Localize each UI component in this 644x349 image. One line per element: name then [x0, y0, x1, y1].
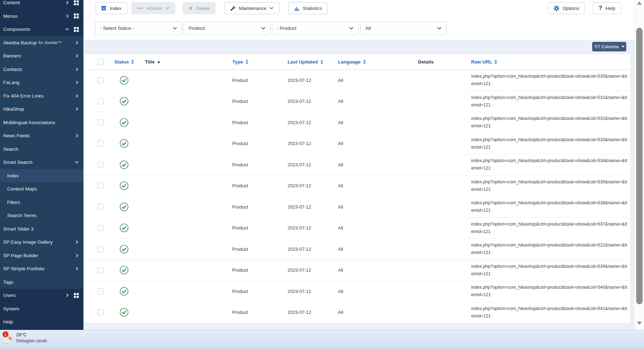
column-header-status: Status: [109, 54, 139, 70]
row-type: Product: [232, 162, 248, 167]
row-last-updated: 2023-07-12: [288, 141, 311, 146]
sidebar-item-system[interactable]: System: [0, 302, 83, 316]
row-raw-url: index.php?option=com_hikashop&ctrl=produ…: [471, 263, 627, 278]
options-button[interactable]: Options: [548, 2, 585, 14]
sidebar-item-sp-simple-portfolio[interactable]: SP Simple Portfolio: [0, 262, 83, 276]
sidebar-item-fix-404-error-links[interactable]: Fix 404 Error Links: [0, 89, 83, 103]
sidebar-item-meta: [75, 107, 79, 111]
chevron-down-icon: [437, 27, 442, 30]
maintenance-button[interactable]: Maintenance: [224, 2, 279, 14]
sidebar-item-sp-page-builder[interactable]: SP Page Builder: [0, 249, 83, 262]
row-type: Product: [232, 120, 248, 125]
sidebar-item-akeeba-backup[interactable]: Akeeba Backupfor Joomla!™: [0, 36, 83, 50]
status-published-icon[interactable]: [120, 287, 129, 296]
column-header-label[interactable]: Last Updated: [288, 59, 318, 65]
column-header-raw-url: Raw URL: [471, 54, 630, 70]
row-checkbox[interactable]: [98, 162, 104, 168]
sidebar-item-components[interactable]: Components: [0, 23, 83, 36]
status-filter-select[interactable]: - Select Status -: [95, 21, 182, 35]
scrollbar-thumb[interactable]: [636, 28, 643, 304]
sidebar-item-news-feeds[interactable]: News Feeds: [0, 129, 83, 143]
row-checkbox[interactable]: [98, 225, 104, 231]
index-button[interactable]: Index: [95, 2, 127, 14]
sidebar-item-meta: [65, 13, 79, 18]
column-header-label[interactable]: Raw URL: [471, 59, 492, 65]
scrollbar-up-arrow[interactable]: [637, 1, 642, 5]
sidebar-item-meta: [75, 161, 79, 164]
row-checkbox[interactable]: [98, 309, 104, 315]
row-checkbox[interactable]: [98, 140, 104, 146]
sidebar-item-filters[interactable]: Filters: [0, 196, 83, 209]
sidebar-item-search-terms[interactable]: Search Terms: [0, 209, 83, 222]
statistics-button[interactable]: Statistics: [288, 2, 328, 14]
row-checkbox[interactable]: [98, 288, 104, 294]
row-type: Product: [232, 141, 248, 146]
row-raw-url: index.php?option=com_hikashop&ctrl=produ…: [471, 242, 627, 256]
sidebar-item-smart-slider-3[interactable]: Smart Slider 3: [0, 222, 83, 236]
language-filter-select[interactable]: All: [360, 21, 447, 35]
scrollbar-down-arrow[interactable]: [637, 322, 642, 325]
column-header-label[interactable]: Status: [114, 59, 129, 65]
row-status-cell: [109, 91, 139, 112]
row-rawurl-cell: index.php?option=com_hikashop&ctrl=produ…: [471, 176, 630, 196]
status-filter-value: - Select Status -: [100, 26, 134, 31]
sidebar-item-multilingual-associations[interactable]: Multilingual Associations: [0, 116, 83, 129]
status-published-icon[interactable]: [120, 245, 129, 254]
content-map-filter-select[interactable]: - Product: [272, 21, 359, 35]
status-published-icon[interactable]: [120, 118, 129, 127]
status-published-icon[interactable]: [120, 76, 129, 85]
sidebar-item-index[interactable]: Index: [0, 169, 83, 183]
help-button[interactable]: ? Help: [593, 2, 621, 14]
status-published-icon[interactable]: [120, 160, 129, 169]
weather-widget[interactable]: 1 28°C Sebagian cerah: [1, 331, 58, 349]
row-checkbox[interactable]: [98, 267, 104, 273]
column-header-label[interactable]: Type: [232, 59, 243, 65]
status-published-icon[interactable]: [120, 181, 129, 190]
sidebar-item-falang[interactable]: FaLang: [0, 76, 83, 89]
column-header-label[interactable]: Title: [145, 59, 155, 65]
columns-toggle-button[interactable]: 7/7 Columns: [592, 42, 626, 51]
column-header-label[interactable]: Language: [338, 59, 361, 65]
row-title-cell: [139, 154, 226, 175]
sidebar-item-contacts[interactable]: Contacts: [0, 63, 83, 76]
row-checkbox[interactable]: [98, 204, 104, 210]
sidebar-item-users[interactable]: Users: [0, 289, 83, 302]
status-published-icon[interactable]: [120, 223, 129, 232]
row-checkbox[interactable]: [98, 98, 104, 104]
row-checkbox[interactable]: [98, 183, 104, 189]
status-published-icon[interactable]: [120, 266, 129, 275]
select-all-checkbox[interactable]: [98, 59, 104, 65]
type-filter-select[interactable]: Product: [184, 21, 271, 35]
sidebar-item-banners[interactable]: Banners: [0, 49, 83, 63]
sidebar-item-search[interactable]: Search: [0, 143, 83, 156]
status-published-icon[interactable]: [120, 308, 129, 317]
status-published-icon[interactable]: [120, 97, 129, 106]
chevron-down-icon: [173, 27, 177, 30]
row-last-updated: 2023-07-12: [288, 246, 311, 252]
chevron-right-icon: [75, 94, 79, 98]
row-checkbox[interactable]: [98, 120, 104, 126]
sidebar-item-smart-search[interactable]: Smart Search: [0, 156, 83, 169]
sidebar-item-content-maps[interactable]: Content Maps: [0, 182, 83, 196]
row-details-cell: [381, 176, 471, 196]
status-published-icon[interactable]: [120, 139, 129, 148]
row-last-updated-cell: 2023-07-12: [283, 302, 333, 323]
sidebar-item-label: FaLang: [3, 80, 20, 85]
sidebar-item-sp-easy-image-gallery[interactable]: SP Easy Image Gallery: [0, 236, 83, 249]
sidebar-item-help[interactable]: Help: [0, 315, 83, 329]
row-checkbox[interactable]: [98, 77, 104, 83]
delete-button-label: Delete: [196, 6, 210, 11]
row-last-updated-cell: 2023-07-12: [283, 91, 333, 112]
sidebar-item-content[interactable]: Content: [0, 0, 83, 10]
row-type-cell: Product: [226, 91, 283, 112]
chevron-down-icon: [269, 7, 274, 10]
actions-button: Actions: [131, 2, 175, 14]
status-published-icon[interactable]: [120, 203, 129, 211]
sidebar-item-menus[interactable]: Menus: [0, 10, 83, 23]
column-header-select: [84, 54, 109, 70]
sidebar-item-hikashop[interactable]: HikaShop: [0, 103, 83, 116]
row-checkbox[interactable]: [98, 246, 104, 252]
row-details-cell: [381, 302, 471, 323]
toolbar-band: Index Actions Delete Maintenance: [83, 0, 634, 40]
sidebar-item-tags[interactable]: Tags: [0, 276, 83, 289]
